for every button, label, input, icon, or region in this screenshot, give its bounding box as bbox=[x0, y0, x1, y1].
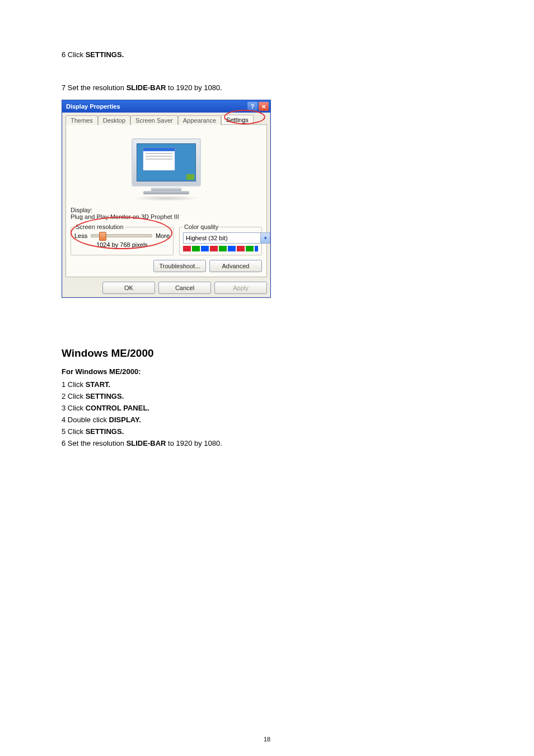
step-2: 2 Click SETTINGS. bbox=[62, 392, 472, 400]
tab-panel-settings: Display: Plug and Play Monitor on 3D Pro… bbox=[65, 124, 267, 277]
display-label: Display: bbox=[71, 207, 262, 213]
instruction-step-7: 7 Set the resolution SLIDE-BAR to 1920 b… bbox=[62, 83, 472, 92]
step-3: 3 Click CONTROL PANEL. bbox=[62, 404, 472, 412]
section-subhead: For Windows ME/2000: bbox=[62, 367, 472, 376]
tab-themes[interactable]: Themes bbox=[65, 115, 98, 125]
window-title: Display Properties bbox=[66, 103, 246, 110]
text: 6 Click bbox=[62, 50, 86, 59]
advanced-button[interactable]: Advanced bbox=[209, 260, 262, 272]
color-quality-bar bbox=[183, 246, 258, 251]
help-icon: ? bbox=[251, 104, 254, 110]
display-properties-dialog-wrap: Display Properties ? ✕ Themes Desktop Sc… bbox=[62, 97, 271, 298]
step-6: 6 Set the resolution SLIDE-BAR to 1920 b… bbox=[62, 439, 472, 447]
step-1: 1 Click START. bbox=[62, 380, 472, 389]
color-quality-group: Color quality Highest (32 bit) ▾ bbox=[179, 223, 262, 255]
chevron-down-icon: ▾ bbox=[260, 233, 270, 243]
color-quality-legend: Color quality bbox=[183, 223, 219, 230]
ok-button[interactable]: OK bbox=[102, 282, 155, 294]
close-icon: ✕ bbox=[261, 104, 266, 110]
screen-resolution-group: Screen resolution Less More 1024 by 768 … bbox=[71, 223, 174, 255]
resolution-slider-thumb[interactable] bbox=[99, 232, 106, 241]
instruction-step-6: 6 Click SETTINGS. bbox=[62, 50, 472, 59]
tab-row: Themes Desktop Screen Saver Appearance S… bbox=[62, 113, 270, 124]
text: to 1920 by 1080. bbox=[166, 83, 222, 92]
color-quality-value: Highest (32 bit) bbox=[186, 235, 228, 241]
resolution-slider[interactable] bbox=[91, 234, 152, 237]
help-button[interactable]: ? bbox=[247, 102, 257, 111]
cancel-button[interactable]: Cancel bbox=[158, 282, 211, 294]
more-label: More bbox=[156, 232, 170, 239]
close-button[interactable]: ✕ bbox=[259, 102, 269, 111]
text: 7 Set the resolution bbox=[62, 83, 127, 92]
display-value: Plug and Play Monitor on 3D Prophet III bbox=[71, 213, 262, 220]
screen-resolution-legend: Screen resolution bbox=[74, 223, 125, 230]
section-heading: Windows ME/2000 bbox=[62, 347, 472, 360]
color-quality-select[interactable]: Highest (32 bit) ▾ bbox=[183, 232, 270, 244]
resolution-value: 1024 by 768 pixels bbox=[74, 241, 170, 248]
troubleshoot-button[interactable]: Troubleshoot... bbox=[153, 260, 206, 272]
tab-appearance[interactable]: Appearance bbox=[178, 115, 221, 125]
less-label: Less bbox=[74, 232, 87, 239]
tab-settings[interactable]: Settings bbox=[221, 115, 254, 124]
step-5: 5 Click SETTINGS. bbox=[62, 427, 472, 436]
text-bold: SLIDE-BAR bbox=[127, 83, 166, 92]
tab-screen-saver[interactable]: Screen Saver bbox=[130, 115, 178, 125]
titlebar[interactable]: Display Properties ? ✕ bbox=[62, 100, 270, 113]
display-properties-dialog: Display Properties ? ✕ Themes Desktop Sc… bbox=[62, 100, 271, 298]
monitor-preview bbox=[71, 129, 262, 201]
tab-desktop[interactable]: Desktop bbox=[98, 115, 130, 125]
apply-button[interactable]: Apply bbox=[214, 282, 267, 294]
page-number: 18 bbox=[0, 736, 534, 743]
text-bold: SETTINGS. bbox=[86, 50, 124, 59]
step-4: 4 Double click DISPLAY. bbox=[62, 416, 472, 424]
